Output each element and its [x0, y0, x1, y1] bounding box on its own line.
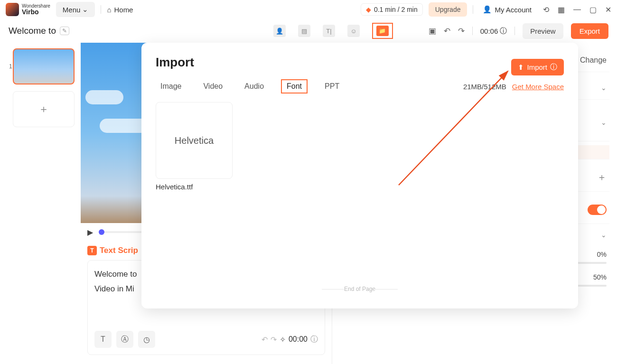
script-undo-icon[interactable]: ↶ — [262, 335, 268, 344]
script-time-text: 00:00 — [289, 335, 308, 344]
script-heading-text: Text Scrip — [100, 246, 138, 255]
slide-number: 1 — [9, 63, 12, 70]
script-redo-icon[interactable]: ↷ — [271, 335, 277, 344]
duration-text: 00:06 — [480, 27, 498, 35]
end-of-page-label: End of Page — [156, 286, 564, 292]
get-more-space-link[interactable]: Get More Space — [512, 83, 564, 91]
avatar-tool-icon[interactable]: 👤 — [273, 25, 286, 37]
chevron-down-icon[interactable]: ⌄ — [601, 119, 607, 126]
upgrade-button[interactable]: Upgrade — [429, 2, 467, 17]
menu-label: Menu — [63, 6, 81, 14]
pitch-value: 0% — [597, 251, 607, 258]
credits-display: ◆ 0.1 min / 2 min — [361, 3, 423, 16]
upload-icon: ⬆ — [518, 63, 524, 72]
undo-icon[interactable]: ↶ — [444, 26, 450, 36]
home-label: Home — [114, 6, 133, 14]
text-format-button[interactable]: T — [94, 331, 112, 348]
clear-icon[interactable]: ✧ — [280, 335, 286, 344]
refresh-icon[interactable]: ⟲ — [543, 5, 549, 14]
logo-icon — [6, 3, 19, 16]
divider — [473, 5, 473, 14]
help-icon: ⓘ — [550, 63, 557, 72]
text-tool-icon[interactable]: T| — [323, 25, 335, 37]
text-badge-icon: T — [87, 246, 97, 255]
change-button[interactable]: Change — [580, 56, 607, 65]
sticker-tool-icon[interactable]: ☺ — [347, 25, 360, 37]
user-icon: 👤 — [483, 5, 492, 14]
preview-button[interactable]: Preview — [523, 23, 563, 39]
edit-icon[interactable]: ✎ — [60, 27, 69, 35]
export-button[interactable]: Export — [571, 23, 608, 39]
timing-button[interactable]: ◷ — [138, 331, 155, 348]
minimize-icon[interactable]: — — [573, 5, 581, 14]
divider — [101, 5, 101, 14]
divider — [514, 27, 515, 35]
add-icon[interactable]: ＋ — [597, 171, 607, 184]
storage-used: 21MB/512MB — [463, 83, 506, 91]
import-title: Import — [156, 55, 194, 70]
tab-font[interactable]: Font — [281, 79, 308, 93]
import-button[interactable]: ⬆ Import ⓘ — [511, 59, 564, 75]
slide-sidebar: 1 ＋ — [0, 43, 81, 364]
tab-video[interactable]: Video — [198, 80, 227, 93]
app-logo: Wondershare Virbo — [6, 3, 50, 16]
grid-icon[interactable]: ▦ — [558, 5, 565, 14]
menu-button[interactable]: Menu ⌄ — [56, 2, 95, 17]
tab-image[interactable]: Image — [156, 80, 186, 93]
credits-text: 0.1 min / 2 min — [374, 6, 418, 13]
help-icon[interactable]: ⓘ — [500, 27, 507, 36]
redo-icon[interactable]: ↷ — [458, 26, 465, 36]
tab-ppt[interactable]: PPT — [320, 80, 344, 93]
font-preview: Helvetica — [156, 102, 233, 179]
divider — [472, 27, 473, 35]
slide-preview-image — [13, 48, 75, 84]
play-icon[interactable]: ▶ — [87, 228, 93, 237]
chevron-down-icon[interactable]: ⌄ — [601, 231, 607, 239]
add-slide-button[interactable]: ＋ — [13, 91, 75, 127]
chevron-down-icon: ⌄ — [82, 5, 88, 14]
import-tabs: Image Video Audio Font PPT 21MB/512MB Ge… — [156, 79, 564, 93]
import-tool-button[interactable]: 📁 — [372, 23, 393, 39]
font-item[interactable]: Helvetica Helvetica.ttf — [156, 102, 233, 191]
maximize-icon[interactable]: ▢ — [589, 5, 597, 14]
project-title-text: Welcome to — [9, 26, 56, 36]
home-icon: ⌂ — [107, 6, 111, 14]
save-icon[interactable]: ▣ — [429, 26, 436, 36]
import-button-label: Import — [527, 63, 547, 71]
brand-main: Virbo — [22, 9, 50, 15]
home-link[interactable]: ⌂ Home — [107, 6, 133, 14]
project-title[interactable]: Welcome to ✎ — [9, 26, 69, 36]
toggle-switch[interactable] — [588, 205, 607, 215]
close-icon[interactable]: ✕ — [605, 5, 611, 14]
folder-upload-icon: 📁 — [376, 26, 389, 36]
background-tool-icon[interactable]: ▨ — [298, 25, 310, 37]
toolbar: Welcome to ✎ 👤 ▨ T| ☺ 📁 ▣ ↶ ↷ 00:06 ⓘ Pr… — [0, 19, 617, 43]
volume-value: 50% — [593, 273, 607, 281]
tab-audio[interactable]: Audio — [240, 80, 269, 93]
diamond-icon: ◆ — [366, 6, 371, 13]
account-link[interactable]: 👤 My Account — [483, 5, 532, 14]
translate-button[interactable]: Ⓐ — [116, 331, 133, 348]
timeline-thumb[interactable] — [99, 229, 104, 235]
account-label: My Account — [495, 6, 532, 14]
import-panel: Import ⬆ Import ⓘ Image Video Audio Font… — [141, 43, 578, 308]
font-filename: Helvetica.ttf — [156, 183, 233, 191]
duration-display: 00:06 ⓘ — [480, 27, 507, 36]
title-bar: Wondershare Virbo Menu ⌄ ⌂ Home ◆ 0.1 mi… — [0, 0, 617, 19]
help-icon[interactable]: ⓘ — [310, 335, 318, 345]
chevron-down-icon[interactable]: ⌄ — [601, 84, 607, 92]
slide-thumbnail[interactable]: 1 — [6, 48, 75, 84]
